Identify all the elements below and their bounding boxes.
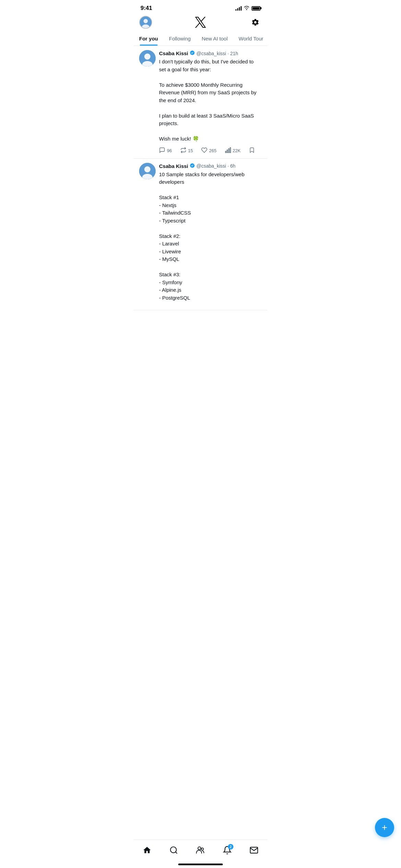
tweet-content: Csaba Kissi @csaba_kissi · 6h 10 Sample … [159,163,262,306]
tweet-handle: @csaba_kissi [196,163,226,169]
views-count: 22K [233,148,241,153]
tweet-author-line: Csaba Kissi @csaba_kissi · 6h [159,163,262,169]
tweet-handle: @csaba_kissi [196,51,226,56]
tweet-content: Csaba Kissi @csaba_kissi · 21h I don't t… [159,50,262,154]
tweet-time: 21h [230,51,238,56]
wifi-icon [244,5,250,11]
like-icon [201,147,207,154]
svg-point-4 [144,53,150,60]
verified-badge [190,163,195,169]
comment-count: 96 [167,148,172,153]
svg-rect-6 [225,151,226,153]
tweet-actions: 96 15 [159,147,262,154]
tab-world-tour[interactable]: World Tour [233,32,267,46]
signal-icon [235,6,242,11]
retweet-icon [180,147,186,154]
tweet-avatar[interactable] [139,163,156,179]
tweet-item[interactable]: Csaba Kissi @csaba_kissi · 21h I don't t… [134,46,267,159]
views-button[interactable]: 22K [225,147,241,154]
status-icons [235,5,260,11]
comment-button[interactable]: 96 [159,147,172,154]
svg-point-1 [144,19,148,23]
header [134,14,267,32]
bookmark-button[interactable] [249,147,255,154]
svg-point-11 [144,166,150,172]
settings-button[interactable] [249,16,262,29]
user-avatar[interactable] [139,16,152,29]
tweet-time: 6h [230,163,236,169]
status-bar: 9:41 [134,0,267,14]
tweet-author-name: Csaba Kissi [159,163,188,169]
retweet-count: 15 [188,148,193,153]
like-count: 265 [209,148,217,153]
svg-rect-9 [230,147,231,153]
tab-following[interactable]: Following [163,32,196,46]
tweet-header: Csaba Kissi @csaba_kissi · 6h 10 Sample … [139,163,262,306]
tweet-header: Csaba Kissi @csaba_kissi · 21h I don't t… [139,50,262,154]
tweet-item[interactable]: Csaba Kissi @csaba_kissi · 6h 10 Sample … [134,159,267,311]
svg-rect-7 [227,150,228,153]
tweet-author-line: Csaba Kissi @csaba_kissi · 21h [159,50,262,57]
tab-new-ai-tool[interactable]: New AI tool [196,32,233,46]
tweet-avatar[interactable] [139,50,156,67]
bookmark-icon [249,147,255,154]
x-logo [195,17,206,28]
views-icon [225,147,231,154]
svg-rect-8 [228,148,229,153]
like-button[interactable]: 265 [201,147,217,154]
comment-icon [159,147,165,154]
tweet-feed: Csaba Kissi @csaba_kissi · 21h I don't t… [134,46,267,345]
feed-tabs: For you Following New AI tool World Tour [134,32,267,46]
tweet-text: 10 Sample stacks for developers/web deve… [159,171,262,302]
tab-for-you[interactable]: For you [134,32,163,46]
tweet-author-name: Csaba Kissi [159,50,188,56]
verified-badge [190,50,195,57]
tweet-text: I don't typically do this, but I've deci… [159,58,262,143]
status-time: 9:41 [141,5,152,12]
battery-icon [252,6,260,11]
retweet-button[interactable]: 15 [180,147,193,154]
